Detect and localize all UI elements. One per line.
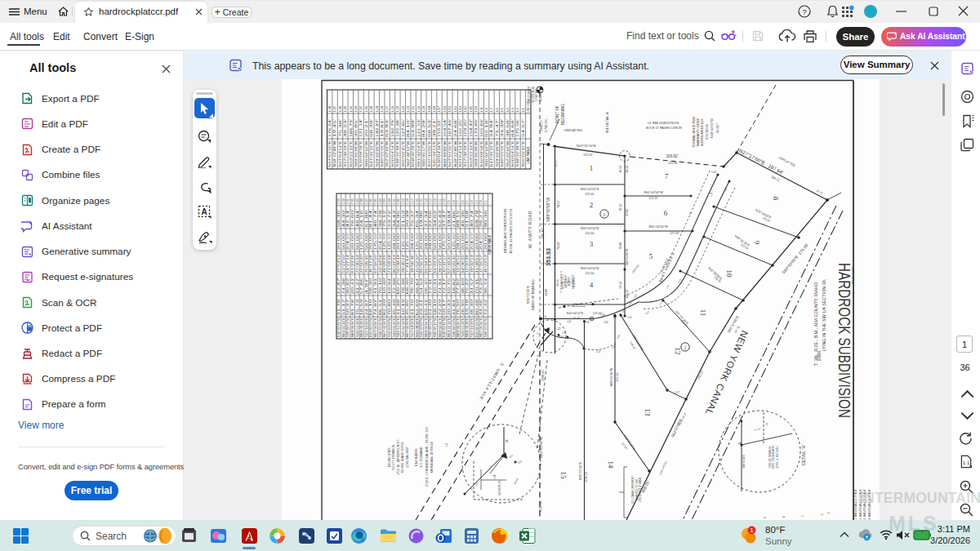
svg-text:L19: L19 — [427, 105, 431, 112]
svg-text:1: 1 — [590, 164, 594, 172]
svg-text:L10: L10 — [474, 105, 478, 112]
svg-text:61.86': 61.86' — [365, 209, 368, 228]
svg-text:N18°22'46"W: N18°22'46"W — [453, 140, 457, 167]
svg-text:UNPLATTED: UNPLATTED — [564, 129, 583, 132]
svg-text:192.79': 192.79' — [390, 119, 394, 137]
svg-text:204.00': 204.00' — [470, 232, 474, 250]
svg-text:50.00': 50.00' — [448, 232, 451, 251]
svg-text:(163.29'): (163.29') — [631, 264, 640, 273]
svg-text:46°23'53": 46°23'53" — [484, 253, 488, 273]
svg-text:DETAIL "A": DETAIL "A" — [801, 444, 806, 465]
svg-text:19.78': 19.78' — [466, 298, 469, 316]
svg-text:19.96': 19.96' — [420, 209, 423, 228]
svg-text:75.12': 75.12' — [383, 209, 386, 228]
svg-text:S00°02'45"E: S00°02'45"E — [521, 140, 525, 167]
svg-text:68.39': 68.39' — [369, 119, 373, 137]
svg-text:20.00': 20.00' — [484, 232, 488, 251]
svg-text:31.78': 31.78' — [337, 298, 341, 316]
svg-text:C4: C4 — [470, 200, 474, 205]
svg-text:6: 6 — [664, 209, 668, 217]
svg-text:41.91': 41.91' — [374, 277, 377, 295]
svg-text:105.83': 105.83' — [479, 119, 483, 137]
svg-text:50.00': 50.00' — [365, 232, 368, 251]
svg-text:UNPLATTED: UNPLATTED — [778, 156, 796, 167]
svg-text:204.00': 204.00' — [379, 232, 382, 250]
svg-text:120.38': 120.38' — [395, 119, 399, 137]
svg-text:204.00': 204.00' — [466, 232, 469, 250]
svg-text:L20: L20 — [421, 105, 425, 112]
svg-text:125.00': 125.00' — [452, 232, 456, 250]
svg-text:INDIAN LAKE SUBDIVISION: INDIAN LAKE SUBDIVISION — [503, 209, 507, 253]
svg-text:N47°41'26"E: N47°41'26"E — [383, 317, 386, 337]
svg-text:2838.05': 2838.05' — [541, 370, 545, 382]
svg-text:601.62': 601.62' — [538, 500, 542, 512]
svg-text:S45°34'13"E: S45°34'13"E — [402, 317, 405, 337]
svg-text:S48°22'48"E: S48°22'48"E — [461, 317, 465, 337]
svg-text:142.87': 142.87' — [375, 119, 379, 137]
svg-text:37.47': 37.47' — [443, 209, 446, 228]
svg-text:C30: C30 — [350, 198, 354, 204]
svg-text:S89°55'06"E: S89°55'06"E — [526, 285, 530, 304]
svg-text:72.11': 72.11' — [429, 277, 432, 295]
svg-text:35.49': 35.49' — [393, 298, 396, 316]
svg-text:GRANTED TO THE: GRANTED TO THE — [635, 479, 639, 500]
svg-text:L7: L7 — [537, 332, 540, 335]
svg-text:41.70': 41.70' — [411, 298, 414, 316]
svg-text:S81°42'04"E: S81°42'04"E — [416, 140, 421, 167]
svg-text:N00°50'38"E: N00°50'38"E — [742, 454, 746, 468]
svg-text:S89°55'06"W: S89°55'06"W — [354, 140, 358, 167]
svg-text:N03°21'13"E: N03°21'13"E — [349, 140, 353, 167]
svg-text:326.92': 326.92' — [666, 154, 679, 158]
svg-text:L7: L7 — [489, 108, 493, 112]
svg-text:23.41': 23.41' — [420, 298, 423, 316]
svg-text:1: 1 — [604, 212, 606, 217]
svg-text:70.80': 70.80' — [388, 298, 391, 316]
svg-text:C29: C29 — [355, 198, 359, 204]
svg-text:(1788.36'): (1788.36') — [545, 118, 548, 133]
svg-text:125.00': 125.00' — [402, 232, 405, 250]
svg-text:44.46': 44.46' — [479, 298, 483, 316]
svg-text:L14: L14 — [644, 310, 650, 315]
svg-text:L11: L11 — [710, 192, 713, 196]
svg-text:S89°55'06"W: S89°55'06"W — [484, 318, 488, 337]
svg-text:73.29': 73.29' — [479, 277, 483, 295]
svg-text:7°31'14": 7°31'14" — [406, 252, 409, 273]
svg-text:N89°55'06"E: N89°55'06"E — [351, 317, 354, 337]
svg-text:L30: L30 — [369, 105, 373, 112]
svg-text:L12: L12 — [463, 105, 467, 112]
svg-text:9.: 9. — [764, 517, 767, 519]
svg-text:33.39': 33.39' — [500, 119, 504, 137]
svg-text:L36: L36 — [338, 105, 342, 112]
svg-text:152.54': 152.54' — [616, 372, 619, 382]
svg-text:50.00': 50.00' — [356, 232, 359, 251]
svg-text:2006: 2006 — [817, 351, 822, 362]
svg-text:50°38'43": 50°38'43" — [397, 253, 400, 273]
svg-text:78.38': 78.38' — [402, 277, 405, 295]
svg-text:19.94': 19.94' — [388, 277, 391, 295]
svg-text:S45°34'13"E: S45°34'13"E — [432, 140, 436, 167]
svg-text:NEW YORK CANAL: NEW YORK CANAL — [703, 329, 750, 417]
svg-text:68.40': 68.40' — [406, 277, 409, 295]
svg-text:C10: C10 — [600, 313, 605, 317]
svg-text:19°56'46": 19°56'46" — [411, 253, 414, 273]
svg-text:C24: C24 — [378, 198, 382, 204]
svg-text:S52°42'04"W: S52°42'04"W — [385, 140, 389, 167]
svg-text:L15: L15 — [627, 316, 631, 319]
svg-text:C16: C16 — [616, 334, 621, 340]
svg-text:75.37': 75.37' — [411, 209, 414, 228]
svg-text:C32: C32 — [341, 198, 345, 204]
svg-text:S89°55'06"W: S89°55'06"W — [474, 140, 478, 167]
svg-text:L21: L21 — [416, 105, 421, 112]
svg-text:1. MAINTENANCE OF ANY: 1. MAINTENANCE OF ANY — [854, 489, 858, 519]
svg-text:12': 12' — [475, 482, 479, 486]
svg-text:39.21': 39.21' — [432, 119, 436, 137]
svg-text:C13: C13 — [428, 198, 432, 204]
svg-text:N50°00'00"W: N50°00'00"W — [369, 318, 372, 337]
svg-text:C7: C7 — [456, 200, 460, 205]
svg-text:L3: L3 — [445, 443, 448, 447]
svg-text:77.82': 77.82' — [457, 277, 460, 295]
svg-text:C26: C26 — [368, 198, 372, 204]
svg-text:S00°02'45"E: S00°02'45"E — [401, 140, 405, 167]
svg-text:18.82': 18.82' — [452, 277, 456, 295]
svg-text:10°47'57": 10°47'57" — [443, 253, 446, 273]
